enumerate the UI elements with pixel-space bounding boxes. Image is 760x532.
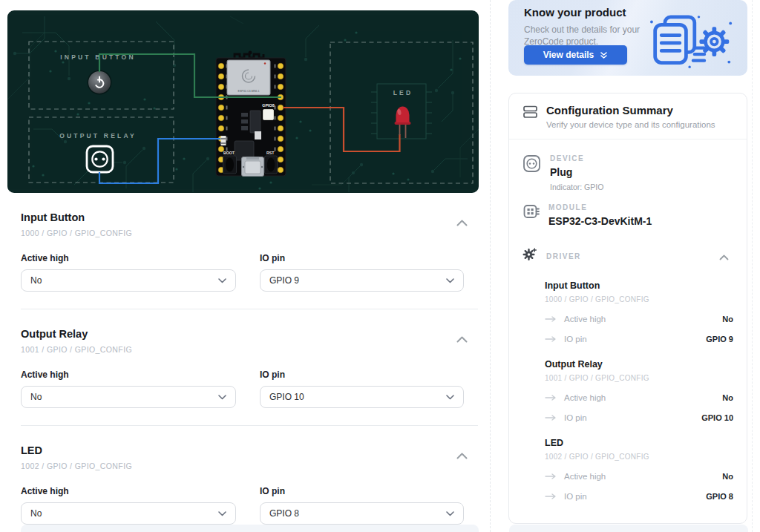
arrow-right-icon [545, 336, 557, 342]
prop-label: Active high [564, 315, 606, 324]
arrow-right-icon [545, 473, 557, 479]
sidebar-right-guide [752, 0, 753, 532]
device-row: DEVICE Plug Indicator: GPIO [522, 154, 733, 191]
module-section-label: MODULE [548, 203, 652, 211]
chevron-up-icon[interactable] [719, 250, 729, 263]
driver-item-title: Output Relay [545, 359, 733, 370]
summary-title: Configuration Summary [546, 104, 715, 116]
section-subtitle: 1001 / GPIO / GPIO_CONFIG [21, 345, 132, 354]
chevron-up-icon[interactable] [456, 449, 468, 462]
main-column: INPUT BUTTON OUTPUT RELAY LED [0, 0, 491, 532]
input-button-io-pin-select[interactable]: GPIO 9 [260, 269, 464, 292]
esp32-module: ESP32-C3-MINI-1 [227, 60, 270, 95]
driver-prop-row: IO pin GPIO 9 [545, 335, 733, 344]
driver-accordion-header[interactable]: DRIVER [522, 248, 733, 265]
led-active-high-select[interactable]: No [21, 502, 236, 525]
prop-value: No [722, 393, 733, 402]
wiring-diagram-panel: INPUT BUTTON OUTPUT RELAY LED [7, 10, 479, 193]
chevron-down-icon [446, 395, 454, 400]
section-title: Input Button [21, 211, 132, 223]
driver-item-input-button: Input Button 1000 / GPIO / GPIO_CONFIG A… [545, 280, 733, 344]
driver-prop-row: IO pin GPIO 10 [545, 413, 733, 422]
module-name: ESP32-C3-DevKitM-1 [548, 215, 652, 227]
driver-prop-row: IO pin GPIO 8 [545, 492, 733, 501]
driver-prop-row: Active high No [545, 393, 733, 402]
know-card-description: Check out the details for your ZeroCode … [524, 24, 649, 47]
arrow-right-icon [545, 316, 557, 322]
arrow-right-icon [545, 493, 557, 499]
select-value: GPIO 8 [269, 508, 299, 519]
chevron-down-icon [218, 395, 226, 400]
select-value: No [30, 508, 42, 519]
section-title: Output Relay [21, 328, 132, 340]
module-row: MODULE ESP32-C3-DevKitM-1 [522, 203, 733, 227]
prop-label: IO pin [564, 492, 587, 501]
driver-section-label: DRIVER [546, 252, 581, 260]
page: INPUT BUTTON OUTPUT RELAY LED [0, 0, 760, 532]
prop-value: No [722, 472, 733, 481]
configuration-summary-panel: Configuration Summary Verify your device… [508, 93, 747, 524]
field-label: IO pin [260, 253, 464, 263]
prop-value: GPIO 10 [701, 413, 733, 422]
field-label: Active high [21, 486, 236, 496]
driver-item-subtitle: 1002 / GPIO / GPIO_CONFIG [545, 453, 733, 461]
input-button-active-high-select[interactable]: No [21, 269, 236, 292]
chip-icon [522, 203, 540, 227]
module-label: ESP32-C3-MINI-1 [238, 90, 260, 93]
chevron-down-icon [446, 278, 454, 283]
view-details-button[interactable]: View details [524, 45, 627, 65]
chevron-down-icon [218, 511, 226, 516]
summary-subtitle: Verify your device type and its configur… [546, 120, 715, 129]
driver-item-title: Input Button [545, 280, 733, 291]
driver-item-output-relay: Output Relay 1001 / GPIO / GPIO_CONFIG A… [545, 359, 733, 422]
prop-value: GPIO 9 [706, 335, 733, 344]
device-section-label: DEVICE [550, 154, 603, 162]
output-relay-active-high-select[interactable]: No [21, 386, 236, 408]
section-input-button: Input Button 1000 / GPIO / GPIO_CONFIG A… [0, 193, 490, 309]
driver-config-sections: Input Button 1000 / GPIO / GPIO_CONFIG A… [0, 193, 490, 532]
esp32-board: ESP32-C3-MINI-1 GPIO8 [216, 51, 286, 177]
docs-gear-illustration [648, 15, 736, 73]
driver-prop-row: Active high No [545, 472, 733, 481]
know-your-product-card: Know your product Check out the details … [508, 0, 747, 76]
led-io-pin-select[interactable]: GPIO 8 [260, 502, 464, 525]
driver-item-subtitle: 1000 / GPIO / GPIO_CONFIG [545, 295, 733, 303]
select-value: No [30, 275, 42, 286]
section-subtitle: 1000 / GPIO / GPIO_CONFIG [21, 229, 132, 237]
view-details-label: View details [543, 50, 594, 60]
field-label: Active high [21, 253, 236, 263]
prop-label: Active high [564, 393, 606, 402]
gpio8-led [263, 110, 274, 120]
driver-item-subtitle: 1001 / GPIO / GPIO_CONFIG [545, 374, 733, 382]
arrow-right-icon [545, 415, 557, 421]
chevron-up-icon[interactable] [456, 332, 468, 346]
boot-button-label: BOOT [223, 151, 235, 155]
select-value: No [30, 392, 42, 402]
driver-item-title: LED [545, 438, 733, 448]
next-panel-peek-left [21, 525, 479, 532]
section-title: LED [21, 444, 132, 456]
antenna-trace [235, 54, 263, 58]
prop-label: IO pin [564, 413, 587, 422]
chevron-down-icon [218, 278, 226, 283]
output-relay-io-pin-select[interactable]: GPIO 10 [260, 386, 464, 408]
outlet-icon [87, 146, 113, 172]
wiring-diagram: INPUT BUTTON OUTPUT RELAY LED [7, 10, 479, 193]
chevron-up-icon[interactable] [456, 216, 468, 229]
chevron-down-icon [446, 511, 454, 516]
device-name: Plug [550, 166, 603, 178]
driver-prop-row: Active high No [545, 315, 733, 324]
rst-button-label: RST [266, 151, 275, 155]
plug-icon [522, 154, 542, 191]
led-zone-label: LED [393, 89, 413, 96]
prop-value: GPIO 8 [706, 492, 733, 501]
field-label: IO pin [260, 486, 464, 496]
select-value: GPIO 10 [269, 392, 304, 402]
prop-label: Active high [564, 472, 606, 481]
prop-value: No [722, 315, 733, 324]
gpio8-label: GPIO8 [262, 103, 274, 108]
next-panel-peek-right [509, 525, 748, 532]
output-relay-zone-label: OUTPUT RELAY [59, 132, 137, 139]
stack-icon [522, 104, 538, 129]
boot-button [223, 156, 237, 174]
